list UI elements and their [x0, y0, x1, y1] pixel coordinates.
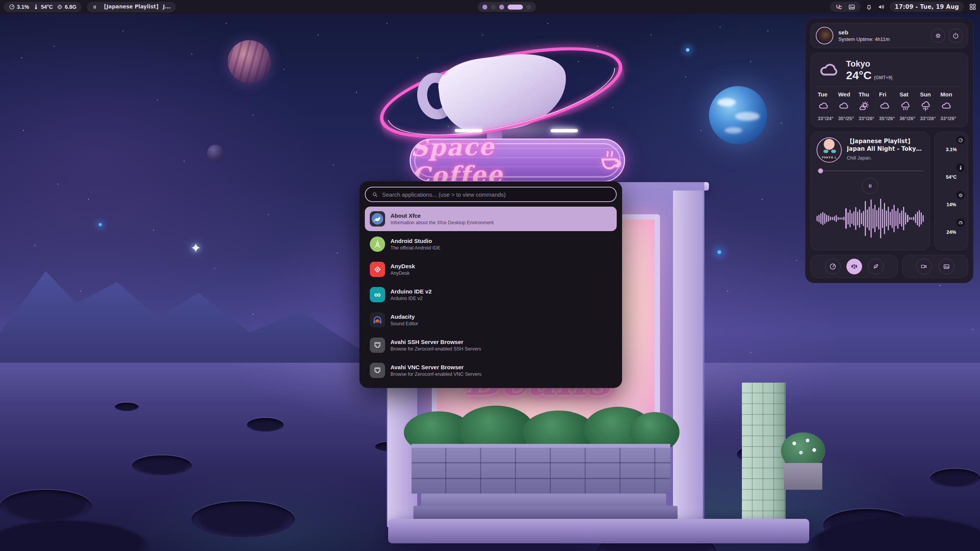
scales-icon	[851, 263, 858, 270]
speedometer-icon	[956, 136, 965, 144]
app-item-audacity[interactable]: Audacity Sound Editor	[365, 308, 617, 332]
album-art: TOKYO L	[817, 137, 842, 163]
waveform-bar	[917, 212, 918, 225]
tray-image-icon[interactable]	[848, 3, 856, 11]
music-progress-knob[interactable]	[818, 168, 823, 173]
app-subtitle: Browse for Zeroconf-enabled SSH Servers	[390, 346, 481, 352]
screen-record-button[interactable]	[916, 259, 932, 274]
app-item-avahi-vnc[interactable]: Avahi VNC Server Browser Browse for Zero…	[365, 358, 617, 383]
waveform-bar	[863, 211, 864, 226]
waveform	[817, 199, 924, 238]
performance-mode-button[interactable]	[825, 259, 841, 274]
album-label: TOKYO L	[817, 156, 841, 159]
image-icon	[943, 263, 950, 270]
powersave-mode-button[interactable]	[868, 259, 884, 274]
app-subtitle: Arduino IDE v2	[390, 296, 432, 301]
waveform-bar	[892, 209, 893, 228]
app-title: About Xfce	[390, 212, 494, 219]
temperature-stat: 54°C	[33, 4, 53, 10]
cloud-icon	[879, 100, 890, 112]
waveform-bar	[911, 217, 912, 220]
workspace-dot-5[interactable]	[526, 5, 531, 10]
small-moon	[207, 145, 224, 161]
user-card: seb System Uptime: 4h11m	[810, 23, 968, 48]
cloud-icon	[941, 100, 952, 112]
workspace-dot-1[interactable]	[482, 5, 487, 10]
sign-light	[550, 129, 578, 132]
thermometer-icon	[33, 4, 39, 10]
workspace-dot-3[interactable]	[499, 5, 504, 10]
partly-sunny-icon	[859, 100, 870, 112]
waveform-bar	[828, 215, 829, 222]
app-item-about-xfce[interactable]: About Xfce Information about the Xfce De…	[365, 207, 617, 231]
app-item-avahi-ssh[interactable]: Avahi SSH Server Browser Browse for Zero…	[365, 333, 617, 357]
app-item-anydesk[interactable]: AnyDesk AnyDesk	[365, 257, 617, 282]
screenshot-button[interactable]	[939, 259, 954, 274]
waveform-bar	[820, 213, 822, 223]
balanced-mode-button[interactable]	[846, 259, 862, 274]
music-progress-bar[interactable]	[817, 168, 924, 173]
app-item-android-studio[interactable]: Android Studio The official Android IDE	[365, 232, 617, 256]
weather-card: Tokyo 24°C(GMT+9) Tue 33°/24° Wed 35°/25…	[810, 53, 968, 127]
play-pause-button[interactable]	[862, 178, 878, 194]
system-stats-pill: 3.1% 54°C 6.8G	[4, 2, 82, 12]
glow-star-blue2	[99, 223, 102, 226]
video-camera-icon	[920, 263, 928, 270]
notifications-bell-icon[interactable]	[865, 3, 873, 11]
waveform-bar	[897, 208, 898, 229]
system-gauges-card: 3.1% 54°C 14% 24%	[934, 132, 968, 250]
app-subtitle: Browse for Zeroconf-enabled VNC Servers	[390, 372, 482, 377]
workspace-dot-2[interactable]	[491, 5, 496, 10]
power-button[interactable]	[949, 29, 963, 43]
chip-icon	[57, 4, 63, 10]
speedometer-icon	[829, 263, 836, 270]
waveform-bar	[921, 212, 922, 224]
disk-icon	[956, 218, 965, 227]
waveform-bar	[901, 210, 902, 227]
leaf-icon	[872, 263, 879, 270]
search-input[interactable]	[382, 191, 610, 198]
waveform-bar	[845, 208, 846, 229]
clock-pill[interactable]: 17:09 - Tue, 19 Aug	[890, 2, 964, 12]
waveform-bar	[849, 210, 851, 227]
app-grid-icon[interactable]	[969, 3, 977, 11]
network-port-icon	[370, 363, 385, 378]
cloud-icon	[818, 100, 829, 112]
tray-app-icon[interactable]	[835, 3, 843, 11]
waveform-bar	[826, 215, 827, 223]
app-subtitle: The official Android IDE	[390, 245, 440, 251]
now-playing-pill[interactable]: 【Japanese Playlist】 J...	[87, 2, 176, 12]
waveform-bar	[840, 217, 841, 220]
crater	[930, 469, 980, 487]
memory-value: 6.8G	[65, 4, 76, 10]
pause-icon	[92, 4, 98, 10]
app-item-arduino-ide[interactable]: ∞ Arduino IDE v2 Arduino IDE v2	[365, 282, 617, 307]
app-title: Arduino IDE v2	[390, 288, 432, 295]
crater	[132, 455, 192, 475]
waveform-bar	[880, 199, 881, 238]
waveform-bar	[853, 211, 854, 225]
app-title: Audacity	[390, 313, 418, 320]
temperature-gauge: 54°C	[939, 165, 964, 189]
desktop: ✦ ✦ Fresh Moon Beans	[0, 0, 980, 551]
cloud-icon	[818, 59, 840, 82]
volume-icon[interactable]	[877, 3, 885, 11]
waveform-bar	[851, 213, 853, 223]
waveform-bar	[818, 215, 820, 223]
avatar	[816, 27, 833, 44]
pause-icon	[867, 183, 873, 189]
crater	[0, 490, 92, 523]
launcher-search[interactable]	[365, 187, 617, 202]
forecast-day: Fri 35°/26°	[879, 91, 899, 121]
settings-button[interactable]	[931, 29, 945, 43]
waveform-bar	[899, 213, 900, 224]
app-launcher: About Xfce Information about the Xfce De…	[359, 181, 622, 388]
workspace-dot-4[interactable]	[508, 5, 523, 10]
flower-box	[784, 463, 822, 490]
waveform-bar	[855, 207, 856, 230]
forecast-day: Sun 33°/26°	[920, 91, 940, 121]
waveform-bar	[878, 207, 879, 230]
waveform-bar	[876, 210, 877, 227]
shop-step	[413, 506, 678, 520]
sign-text: Space Coffee	[410, 139, 592, 182]
